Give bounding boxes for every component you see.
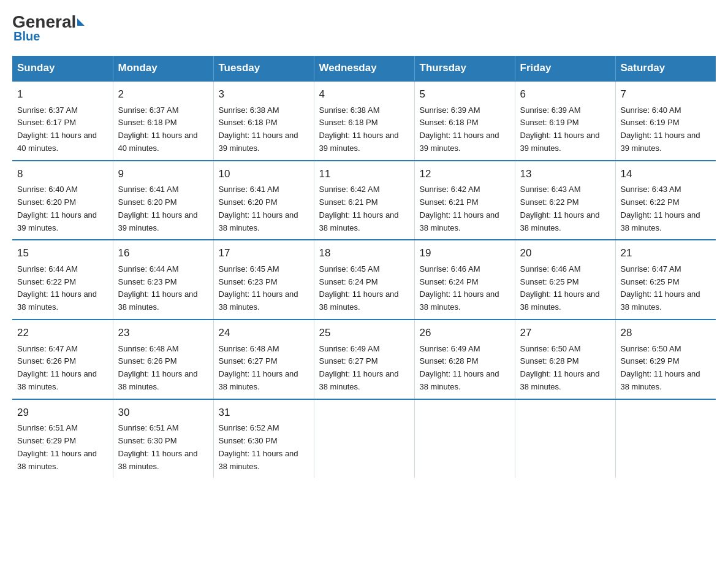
day-number: 31 bbox=[219, 405, 309, 421]
calendar-cell: 8Sunrise: 6:40 AMSunset: 6:20 PMDaylight… bbox=[12, 161, 113, 240]
day-info: Sunrise: 6:37 AMSunset: 6:18 PMDaylight:… bbox=[118, 105, 198, 153]
day-info: Sunrise: 6:47 AMSunset: 6:25 PMDaylight:… bbox=[621, 264, 700, 312]
day-info: Sunrise: 6:50 AMSunset: 6:29 PMDaylight:… bbox=[621, 344, 700, 391]
day-number: 26 bbox=[420, 325, 510, 341]
header-saturday: Saturday bbox=[615, 56, 716, 81]
day-info: Sunrise: 6:40 AMSunset: 6:20 PMDaylight:… bbox=[17, 185, 97, 232]
day-info: Sunrise: 6:39 AMSunset: 6:19 PMDaylight:… bbox=[520, 105, 600, 153]
day-info: Sunrise: 6:50 AMSunset: 6:28 PMDaylight:… bbox=[520, 344, 600, 391]
calendar-cell: 7Sunrise: 6:40 AMSunset: 6:19 PMDaylight… bbox=[615, 81, 716, 161]
calendar-cell: 14Sunrise: 6:43 AMSunset: 6:22 PMDayligh… bbox=[615, 161, 716, 240]
day-number: 3 bbox=[219, 86, 309, 102]
day-info: Sunrise: 6:47 AMSunset: 6:26 PMDaylight:… bbox=[17, 344, 97, 391]
day-number: 9 bbox=[118, 166, 208, 182]
day-number: 16 bbox=[118, 245, 208, 261]
calendar-cell: 12Sunrise: 6:42 AMSunset: 6:21 PMDayligh… bbox=[414, 161, 515, 240]
day-info: Sunrise: 6:38 AMSunset: 6:18 PMDaylight:… bbox=[319, 105, 399, 153]
day-info: Sunrise: 6:42 AMSunset: 6:21 PMDaylight:… bbox=[319, 185, 399, 232]
calendar-cell: 4Sunrise: 6:38 AMSunset: 6:18 PMDaylight… bbox=[314, 81, 414, 161]
calendar-cell bbox=[414, 399, 515, 478]
day-info: Sunrise: 6:52 AMSunset: 6:30 PMDaylight:… bbox=[219, 423, 298, 470]
calendar-cell: 11Sunrise: 6:42 AMSunset: 6:21 PMDayligh… bbox=[314, 161, 414, 240]
calendar-cell: 24Sunrise: 6:48 AMSunset: 6:27 PMDayligh… bbox=[213, 320, 314, 399]
calendar-cell: 30Sunrise: 6:51 AMSunset: 6:30 PMDayligh… bbox=[113, 399, 213, 478]
calendar-cell: 1Sunrise: 6:37 AMSunset: 6:17 PMDaylight… bbox=[12, 81, 113, 161]
day-number: 19 bbox=[420, 245, 510, 261]
day-info: Sunrise: 6:37 AMSunset: 6:17 PMDaylight:… bbox=[17, 105, 97, 153]
day-number: 29 bbox=[17, 405, 108, 421]
day-number: 24 bbox=[219, 325, 309, 341]
day-info: Sunrise: 6:41 AMSunset: 6:20 PMDaylight:… bbox=[118, 185, 198, 232]
day-info: Sunrise: 6:45 AMSunset: 6:23 PMDaylight:… bbox=[219, 264, 298, 312]
calendar-cell: 9Sunrise: 6:41 AMSunset: 6:20 PMDaylight… bbox=[113, 161, 213, 240]
day-number: 28 bbox=[621, 325, 711, 341]
week-row-4: 22Sunrise: 6:47 AMSunset: 6:26 PMDayligh… bbox=[12, 320, 716, 399]
day-info: Sunrise: 6:41 AMSunset: 6:20 PMDaylight:… bbox=[219, 185, 298, 232]
day-number: 15 bbox=[17, 245, 108, 261]
calendar-cell: 19Sunrise: 6:46 AMSunset: 6:24 PMDayligh… bbox=[414, 240, 515, 320]
day-info: Sunrise: 6:43 AMSunset: 6:22 PMDaylight:… bbox=[621, 185, 700, 232]
calendar-cell: 16Sunrise: 6:44 AMSunset: 6:23 PMDayligh… bbox=[113, 240, 213, 320]
day-info: Sunrise: 6:43 AMSunset: 6:22 PMDaylight:… bbox=[520, 185, 600, 232]
calendar-cell bbox=[515, 399, 615, 478]
calendar-cell bbox=[314, 399, 414, 478]
week-row-1: 1Sunrise: 6:37 AMSunset: 6:17 PMDaylight… bbox=[12, 81, 716, 161]
day-info: Sunrise: 6:51 AMSunset: 6:30 PMDaylight:… bbox=[118, 423, 198, 470]
calendar-cell: 6Sunrise: 6:39 AMSunset: 6:19 PMDaylight… bbox=[515, 81, 615, 161]
calendar-cell: 29Sunrise: 6:51 AMSunset: 6:29 PMDayligh… bbox=[12, 399, 113, 478]
day-number: 30 bbox=[118, 405, 208, 421]
calendar-cell: 31Sunrise: 6:52 AMSunset: 6:30 PMDayligh… bbox=[213, 399, 314, 478]
calendar-cell: 15Sunrise: 6:44 AMSunset: 6:22 PMDayligh… bbox=[12, 240, 113, 320]
logo: General Blue bbox=[12, 12, 86, 44]
day-info: Sunrise: 6:48 AMSunset: 6:26 PMDaylight:… bbox=[118, 344, 198, 391]
calendar-cell: 27Sunrise: 6:50 AMSunset: 6:28 PMDayligh… bbox=[515, 320, 615, 399]
calendar-cell: 10Sunrise: 6:41 AMSunset: 6:20 PMDayligh… bbox=[213, 161, 314, 240]
day-number: 20 bbox=[520, 245, 610, 261]
day-info: Sunrise: 6:48 AMSunset: 6:27 PMDaylight:… bbox=[219, 344, 298, 391]
day-number: 27 bbox=[520, 325, 610, 341]
week-row-2: 8Sunrise: 6:40 AMSunset: 6:20 PMDaylight… bbox=[12, 161, 716, 240]
header-wednesday: Wednesday bbox=[314, 56, 414, 81]
day-info: Sunrise: 6:38 AMSunset: 6:18 PMDaylight:… bbox=[219, 105, 298, 153]
calendar-cell: 2Sunrise: 6:37 AMSunset: 6:18 PMDaylight… bbox=[113, 81, 213, 161]
day-info: Sunrise: 6:46 AMSunset: 6:25 PMDaylight:… bbox=[520, 264, 600, 312]
day-number: 17 bbox=[219, 245, 309, 261]
day-info: Sunrise: 6:49 AMSunset: 6:27 PMDaylight:… bbox=[319, 344, 399, 391]
calendar-cell: 5Sunrise: 6:39 AMSunset: 6:18 PMDaylight… bbox=[414, 81, 515, 161]
day-info: Sunrise: 6:42 AMSunset: 6:21 PMDaylight:… bbox=[420, 185, 499, 232]
day-number: 14 bbox=[621, 166, 711, 182]
header-friday: Friday bbox=[515, 56, 615, 81]
calendar-cell: 13Sunrise: 6:43 AMSunset: 6:22 PMDayligh… bbox=[515, 161, 615, 240]
day-info: Sunrise: 6:44 AMSunset: 6:23 PMDaylight:… bbox=[118, 264, 198, 312]
day-number: 2 bbox=[118, 86, 208, 102]
calendar-cell: 21Sunrise: 6:47 AMSunset: 6:25 PMDayligh… bbox=[615, 240, 716, 320]
calendar-cell: 23Sunrise: 6:48 AMSunset: 6:26 PMDayligh… bbox=[113, 320, 213, 399]
calendar-cell: 3Sunrise: 6:38 AMSunset: 6:18 PMDaylight… bbox=[213, 81, 314, 161]
week-row-3: 15Sunrise: 6:44 AMSunset: 6:22 PMDayligh… bbox=[12, 240, 716, 320]
calendar-cell bbox=[615, 399, 716, 478]
header-tuesday: Tuesday bbox=[213, 56, 314, 81]
calendar-header-row: SundayMondayTuesdayWednesdayThursdayFrid… bbox=[12, 56, 716, 81]
calendar-cell: 25Sunrise: 6:49 AMSunset: 6:27 PMDayligh… bbox=[314, 320, 414, 399]
day-info: Sunrise: 6:39 AMSunset: 6:18 PMDaylight:… bbox=[420, 105, 499, 153]
day-number: 11 bbox=[319, 166, 409, 182]
day-number: 23 bbox=[118, 325, 208, 341]
week-row-5: 29Sunrise: 6:51 AMSunset: 6:29 PMDayligh… bbox=[12, 399, 716, 478]
calendar-cell: 17Sunrise: 6:45 AMSunset: 6:23 PMDayligh… bbox=[213, 240, 314, 320]
day-number: 10 bbox=[219, 166, 309, 182]
day-number: 8 bbox=[17, 166, 108, 182]
header-monday: Monday bbox=[113, 56, 213, 81]
day-number: 18 bbox=[319, 245, 409, 261]
page-header: General Blue bbox=[12, 12, 716, 44]
header-sunday: Sunday bbox=[12, 56, 113, 81]
calendar-cell: 20Sunrise: 6:46 AMSunset: 6:25 PMDayligh… bbox=[515, 240, 615, 320]
calendar-cell: 22Sunrise: 6:47 AMSunset: 6:26 PMDayligh… bbox=[12, 320, 113, 399]
logo-triangle-icon bbox=[77, 18, 85, 26]
day-number: 1 bbox=[17, 86, 108, 102]
calendar-cell: 26Sunrise: 6:49 AMSunset: 6:28 PMDayligh… bbox=[414, 320, 515, 399]
day-number: 7 bbox=[621, 86, 711, 102]
day-info: Sunrise: 6:44 AMSunset: 6:22 PMDaylight:… bbox=[17, 264, 97, 312]
day-number: 5 bbox=[420, 86, 510, 102]
day-info: Sunrise: 6:40 AMSunset: 6:19 PMDaylight:… bbox=[621, 105, 700, 153]
day-number: 6 bbox=[520, 86, 610, 102]
